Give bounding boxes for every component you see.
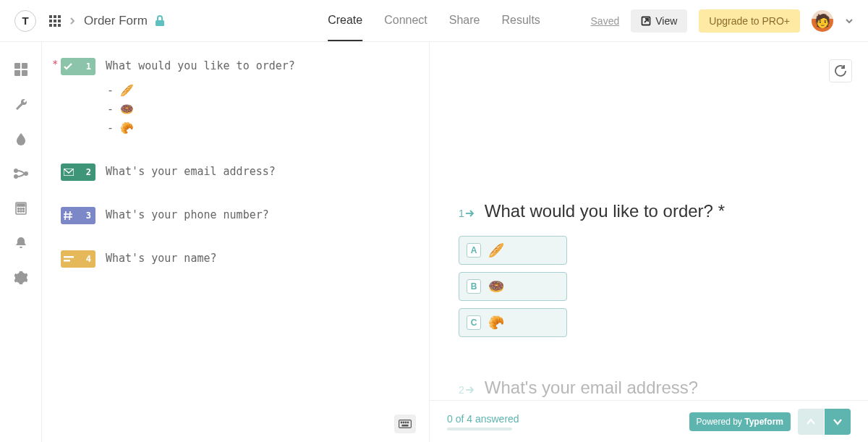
header: T Order Form Create Connect Share Result… bbox=[0, 0, 868, 42]
tab-create[interactable]: Create bbox=[328, 1, 362, 41]
svg-rect-13 bbox=[22, 63, 27, 69]
hash-icon bbox=[64, 211, 72, 220]
nav-up-button[interactable] bbox=[798, 409, 824, 435]
blocks-icon[interactable] bbox=[14, 62, 28, 77]
choice-emoji: 🍩 bbox=[488, 279, 504, 294]
svg-rect-1 bbox=[54, 15, 56, 18]
svg-point-36 bbox=[403, 422, 404, 423]
view-button-label: View bbox=[655, 15, 677, 27]
svg-point-35 bbox=[401, 422, 402, 423]
header-right: Saved View Upgrade to PRO+ 🧑 bbox=[591, 9, 854, 33]
svg-rect-4 bbox=[54, 20, 56, 22]
refresh-button[interactable] bbox=[829, 59, 852, 82]
wrench-icon[interactable] bbox=[14, 97, 28, 111]
question-badge-4[interactable]: 4 bbox=[61, 250, 95, 268]
avatar[interactable]: 🧑 bbox=[812, 10, 833, 32]
question-badge-1[interactable]: 1 bbox=[61, 58, 95, 75]
svg-line-28 bbox=[65, 211, 66, 220]
svg-rect-0 bbox=[49, 15, 52, 18]
page-title[interactable]: Order Form bbox=[84, 14, 148, 28]
saved-status[interactable]: Saved bbox=[591, 15, 620, 27]
svg-rect-34 bbox=[399, 420, 412, 428]
view-button[interactable]: View bbox=[631, 9, 687, 33]
arrow-right-icon bbox=[466, 210, 475, 217]
lock-icon[interactable] bbox=[155, 15, 165, 27]
tabs: Create Connect Share Results bbox=[328, 1, 540, 41]
tab-share[interactable]: Share bbox=[449, 1, 480, 41]
svg-rect-3 bbox=[49, 20, 52, 22]
question-block-2[interactable]: 2 What's your email address? bbox=[52, 163, 414, 181]
svg-point-21 bbox=[17, 208, 19, 210]
bell-icon[interactable] bbox=[14, 236, 28, 250]
question-badge-2[interactable]: 2 bbox=[61, 163, 95, 181]
editor-panel[interactable]: * 1 What would you like to order? - 🥖 - … bbox=[42, 42, 430, 442]
question-block-4[interactable]: 4 What's your name? bbox=[52, 250, 414, 268]
preview-question-2: 2 What's your email address? bbox=[459, 378, 839, 398]
option-line[interactable]: - 🥖 bbox=[107, 81, 414, 100]
arrow-right-icon bbox=[466, 386, 475, 394]
preview-question-title: What's your email address? bbox=[485, 378, 698, 398]
preview-footer: 0 of 4 answered Powered by Typeform bbox=[430, 400, 868, 442]
svg-point-22 bbox=[20, 208, 22, 210]
svg-rect-33 bbox=[64, 260, 70, 262]
question-text-4[interactable]: What's your name? bbox=[106, 250, 217, 265]
choice-key: B bbox=[467, 279, 481, 294]
keyboard-button[interactable] bbox=[394, 415, 416, 433]
svg-rect-32 bbox=[64, 256, 74, 258]
drop-icon[interactable] bbox=[14, 132, 28, 146]
question-block-3[interactable]: 3 What's your phone number? bbox=[52, 207, 414, 224]
svg-rect-9 bbox=[156, 20, 164, 26]
avatar-chevron-icon[interactable] bbox=[845, 18, 854, 24]
preview-choice-c[interactable]: C 🥐 bbox=[459, 308, 567, 337]
upgrade-button[interactable]: Upgrade to PRO+ bbox=[699, 9, 800, 33]
option-line[interactable]: - 🍩 bbox=[107, 100, 414, 119]
question-text-1[interactable]: What would you like to order? bbox=[106, 58, 295, 72]
svg-rect-6 bbox=[49, 24, 52, 27]
svg-rect-8 bbox=[58, 24, 61, 27]
option-line[interactable]: - 🥐 bbox=[107, 119, 414, 137]
powered-by-badge[interactable]: Powered by Typeform bbox=[689, 412, 791, 431]
choice-key: C bbox=[467, 315, 481, 330]
svg-point-37 bbox=[405, 422, 407, 423]
svg-point-24 bbox=[17, 211, 19, 212]
preview-content: 1 What would you like to order? * A 🥖 B … bbox=[430, 42, 868, 398]
question-badge-3[interactable]: 3 bbox=[61, 207, 95, 224]
apps-grid-icon[interactable] bbox=[49, 15, 61, 27]
svg-rect-39 bbox=[402, 425, 408, 426]
svg-point-26 bbox=[22, 211, 24, 212]
question-text-2[interactable]: What's your email address? bbox=[106, 163, 276, 178]
refresh-icon bbox=[835, 65, 846, 77]
svg-line-29 bbox=[69, 211, 70, 220]
question-number: 1 bbox=[86, 61, 91, 72]
calculator-icon[interactable] bbox=[14, 201, 28, 216]
main: * 1 What would you like to order? - 🥖 - … bbox=[0, 42, 868, 442]
progress-text: 0 of 4 answered bbox=[447, 413, 519, 425]
lines-icon bbox=[64, 256, 74, 262]
svg-rect-7 bbox=[54, 24, 56, 27]
tab-results[interactable]: Results bbox=[501, 1, 540, 41]
svg-point-23 bbox=[22, 208, 24, 210]
question-block-1[interactable]: * 1 What would you like to order? - 🥖 - … bbox=[52, 58, 414, 137]
preview-choice-a[interactable]: A 🥖 bbox=[459, 236, 567, 265]
svg-rect-2 bbox=[58, 15, 61, 18]
question-text-3[interactable]: What's your phone number? bbox=[106, 207, 269, 221]
workspace-avatar[interactable]: T bbox=[14, 10, 36, 32]
progress-bar bbox=[447, 428, 512, 430]
svg-rect-5 bbox=[58, 20, 61, 22]
check-icon bbox=[64, 63, 72, 70]
progress-indicator: 0 of 4 answered bbox=[447, 413, 519, 430]
svg-rect-15 bbox=[22, 70, 27, 76]
question-number: 4 bbox=[86, 254, 91, 264]
tab-connect[interactable]: Connect bbox=[384, 1, 427, 41]
preview-panel: 1 What would you like to order? * A 🥖 B … bbox=[430, 42, 868, 442]
nav-down-button[interactable] bbox=[825, 409, 851, 435]
logic-icon[interactable] bbox=[14, 166, 28, 181]
preview-choice-b[interactable]: B 🍩 bbox=[459, 272, 567, 301]
question-options-1[interactable]: - 🥖 - 🍩 - 🥐 bbox=[107, 81, 414, 137]
preview-question-number: 1 bbox=[459, 208, 475, 219]
mail-icon bbox=[64, 169, 74, 176]
svg-point-25 bbox=[20, 211, 22, 212]
gear-icon[interactable] bbox=[14, 271, 28, 285]
breadcrumb-chevron-icon bbox=[69, 17, 75, 25]
preview-question-number: 2 bbox=[459, 384, 475, 396]
